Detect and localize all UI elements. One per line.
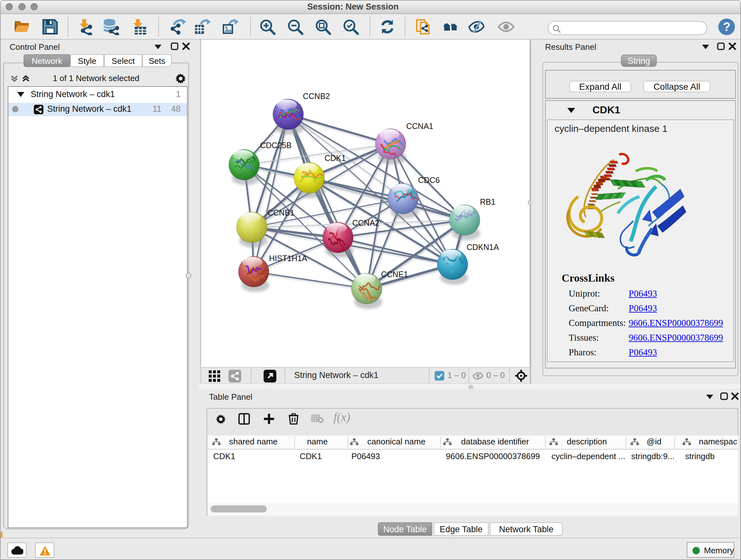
svg-text:CDC6: CDC6 bbox=[418, 176, 440, 185]
svg-text:CCNB1: CCNB1 bbox=[267, 208, 294, 217]
svg-text:CDC25B: CDC25B bbox=[260, 141, 292, 150]
svg-text:CCNB2: CCNB2 bbox=[303, 91, 330, 101]
svg-text:?: ? bbox=[723, 20, 730, 34]
svg-text:CDK1: CDK1 bbox=[325, 153, 346, 163]
svg-text:CDKN1A: CDKN1A bbox=[467, 243, 499, 252]
svg-text:CCNA2: CCNA2 bbox=[352, 219, 380, 227]
svg-text:CCNE1: CCNE1 bbox=[381, 270, 408, 279]
svg-text:RB1: RB1 bbox=[480, 197, 495, 206]
svg-text:HIST1H1A: HIST1H1A bbox=[269, 254, 307, 263]
svg-text:CCNA1: CCNA1 bbox=[406, 122, 433, 131]
